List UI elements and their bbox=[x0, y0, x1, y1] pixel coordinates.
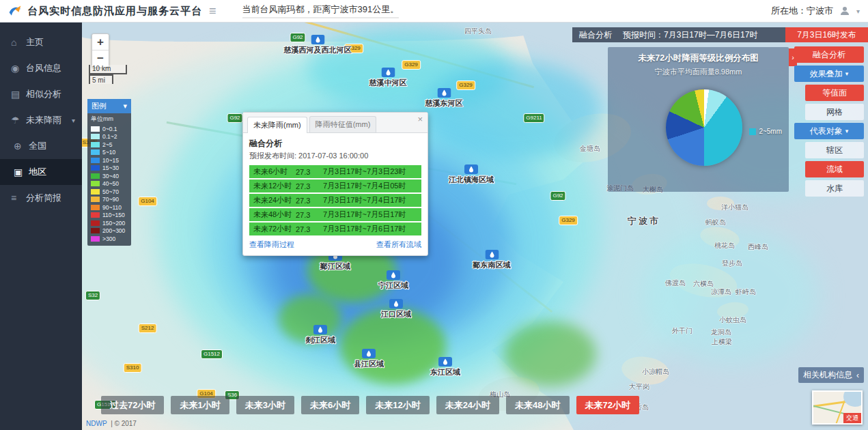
sidebar-item-label: 分析简报 bbox=[26, 192, 61, 204]
legend-item-label: 50~70 bbox=[102, 189, 119, 195]
forecast-row[interactable]: 未来24小时 27.3 7月3日17时~7月4日17时 bbox=[249, 194, 421, 207]
zoom-in-button[interactable]: + bbox=[92, 34, 109, 51]
region-marker[interactable]: 慈溪西河及西北河区 bbox=[284, 35, 352, 55]
region-marker[interactable]: 慈溪中河区 bbox=[369, 68, 407, 88]
time-range-button[interactable]: 未来24小时 bbox=[436, 396, 499, 414]
legend-item-label: 5~10 bbox=[102, 149, 115, 156]
island-label: 虾峙岛 bbox=[736, 287, 756, 297]
sidebar-item[interactable]: 全国 ▾ bbox=[0, 133, 82, 159]
road-badge: S212 bbox=[139, 324, 157, 333]
time-range-button[interactable]: 未来12小时 bbox=[366, 396, 429, 414]
legend-item: 150~200 bbox=[87, 219, 131, 227]
region-marker[interactable]: 江北镇海区域 bbox=[449, 164, 494, 185]
map-canvas[interactable]: G92 G329 G329 G329 G92 G9211 G92 G329 G1… bbox=[82, 23, 868, 430]
sidebar-item[interactable]: 地区 ▾ bbox=[0, 159, 82, 185]
layer-control-button[interactable]: 等值面 ▾ bbox=[805, 85, 864, 101]
legend-item-label: 150~200 bbox=[102, 220, 125, 227]
road-badge: G104 bbox=[138, 197, 157, 206]
close-icon[interactable]: × bbox=[417, 115, 423, 124]
layer-control-label: 辖区 bbox=[826, 145, 843, 156]
forecast-row[interactable]: 未来48小时 27.3 7月3日17时~7月5日17时 bbox=[249, 208, 421, 221]
legend-color-swatch bbox=[91, 142, 100, 147]
sidebar-item[interactable]: 未来降雨 ▾ bbox=[0, 107, 82, 133]
popup-tab[interactable]: 降雨特征值(mm) bbox=[309, 116, 377, 132]
forecast-value: 27.3 bbox=[296, 182, 323, 190]
publish-time-button[interactable]: 7月3日16时发布 bbox=[785, 27, 868, 42]
region-marker[interactable]: 江口区域 bbox=[381, 299, 411, 319]
pie-chart[interactable] bbox=[666, 89, 742, 166]
legend-color-swatch bbox=[91, 158, 100, 163]
time-range-button[interactable]: 未来72小时 bbox=[576, 396, 639, 414]
sidebar-item[interactable]: 主页 ▾ bbox=[0, 29, 82, 55]
region-marker-label: 慈溪中河区 bbox=[369, 78, 407, 88]
layer-control-label: 网格 bbox=[826, 106, 843, 118]
legend-item: 70~90 bbox=[87, 196, 131, 204]
sidebar-item[interactable]: 相似分析 ▾ bbox=[0, 81, 82, 107]
popup-tab[interactable]: 未来降雨(mm) bbox=[247, 117, 307, 133]
region-marker[interactable]: 东江区域 bbox=[430, 357, 460, 377]
legend-item: 2~5 bbox=[87, 141, 131, 149]
layer-control-button[interactable]: 流域 ▾ bbox=[805, 161, 864, 177]
city-label: 宁波市 bbox=[628, 215, 660, 227]
forecast-row[interactable]: 未来6小时 27.3 7月3日17时~7月3日23时 bbox=[249, 165, 421, 178]
header-right: 所在地：宁波市 ▾ bbox=[771, 5, 860, 17]
forecast-period: 未来48小时 bbox=[253, 210, 296, 220]
time-range-button[interactable]: 未来3小时 bbox=[236, 396, 294, 414]
forecast-time-label: 预报时间：7月3日17时—7月6日17时 bbox=[623, 29, 757, 41]
time-range-button[interactable]: 未来6小时 bbox=[301, 396, 359, 414]
mini-map-water bbox=[843, 390, 863, 407]
island-label: 小蚊虫岛 bbox=[719, 315, 746, 325]
forecast-info-strip: 融合分析 预报时间：7月3日17时—7月6日17时 bbox=[572, 27, 785, 42]
time-range-button[interactable]: 未来48小时 bbox=[506, 396, 569, 414]
layer-control-button[interactable]: 代表对象 ▾ bbox=[794, 123, 864, 139]
time-range-button[interactable]: 过去72小时 bbox=[101, 396, 164, 414]
island-label: 龙洞岛 bbox=[711, 328, 731, 337]
sidebar-item-icon bbox=[14, 167, 29, 177]
legend-item-label: 10~15 bbox=[102, 158, 119, 164]
hamburger-menu-icon[interactable]: ≡ bbox=[209, 5, 216, 17]
road-badge: G9211 bbox=[523, 113, 544, 123]
attribution-link[interactable]: NDWP bbox=[86, 420, 107, 427]
region-marker[interactable]: 鄞东南区域 bbox=[473, 250, 511, 270]
island-label: 佛渡岛 bbox=[665, 278, 686, 288]
map-attribution: NDWP | © 2017 bbox=[86, 420, 137, 427]
layer-control-button[interactable]: 融合分析 ▾ bbox=[794, 46, 864, 63]
legend-item: 90~110 bbox=[87, 203, 131, 212]
zoom-controls: + − bbox=[92, 33, 109, 68]
sidebar-item-icon bbox=[11, 89, 26, 100]
region-marker[interactable]: 县江区域 bbox=[354, 349, 384, 369]
legend-item: 110~150 bbox=[87, 212, 131, 220]
legend-item-label: 70~90 bbox=[102, 197, 119, 203]
sidebar-item-label: 相似分析 bbox=[26, 88, 61, 100]
popup-issued-time: 预报发布时间: 2017-07-03 16:00:00 bbox=[249, 151, 421, 161]
region-marker[interactable]: 剡江区域 bbox=[305, 325, 335, 345]
region-marker[interactable]: 慈溪东河区 bbox=[425, 88, 463, 109]
layer-control-button[interactable]: 网格 ▾ bbox=[805, 104, 864, 120]
view-rain-process-link[interactable]: 查看降雨过程 bbox=[249, 240, 294, 250]
legend-color-swatch bbox=[91, 220, 100, 226]
chevron-left-icon: ‹ bbox=[856, 371, 859, 380]
sidebar-item[interactable]: 分析简报 ▾ bbox=[0, 185, 82, 211]
chevron-down-icon: ▾ bbox=[123, 102, 127, 111]
forecast-row[interactable]: 未来72小时 27.3 7月3日17时~7月6日17时 bbox=[249, 223, 421, 235]
time-range-button[interactable]: 未来1小时 bbox=[171, 396, 229, 414]
layer-control-button[interactable]: 水库 ▾ bbox=[805, 180, 864, 197]
layer-control-button[interactable]: 辖区 ▾ bbox=[805, 142, 864, 158]
layer-control-button[interactable]: 效果叠加 ▾ bbox=[794, 66, 864, 82]
chevron-down-icon[interactable]: ▾ bbox=[856, 8, 860, 15]
region-marker[interactable]: 宁江区域 bbox=[378, 270, 408, 291]
sidebar-item[interactable]: 台风信息 ▾ bbox=[0, 55, 82, 81]
mini-map-toggle[interactable]: 交通 bbox=[812, 390, 863, 425]
pie-panel-title: 未来72小时降雨等级比例分布图 bbox=[608, 53, 789, 64]
legend-header[interactable]: 图例 ▾ bbox=[87, 99, 131, 113]
related-org-info-button[interactable]: 相关机构信息 ‹ bbox=[798, 367, 864, 383]
sidebar-item-label: 全国 bbox=[29, 140, 46, 152]
current-location-label[interactable]: 所在地：宁波市 bbox=[771, 5, 833, 17]
road-badge: G329 bbox=[559, 216, 578, 225]
view-all-basins-link[interactable]: 查看所有流域 bbox=[376, 240, 421, 250]
forecast-row[interactable]: 未来12小时 27.3 7月3日17时~7月4日05时 bbox=[249, 180, 421, 192]
island-label: 上横梁 bbox=[712, 337, 732, 347]
region-marker-label: 县江区域 bbox=[354, 359, 384, 369]
user-icon[interactable] bbox=[839, 5, 851, 17]
pie-legend-swatch bbox=[749, 128, 756, 135]
